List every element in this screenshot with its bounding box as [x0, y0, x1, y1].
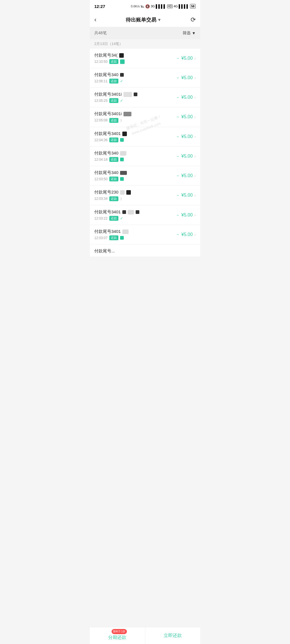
transaction-item[interactable]: 付款尾号3401i 12:05:08 还款 ） － ¥5.00 ›: [90, 107, 200, 127]
transaction-list: 付款尾号34( 12:10:50 还款 － ¥5.00 › 付款尾号340: [90, 49, 200, 257]
date-group-header: 2月13日（14笔）: [90, 39, 200, 49]
tag-huankuan: 还款: [109, 118, 118, 123]
signal-bars-2-icon: ▌▌▌▌: [179, 4, 189, 8]
transaction-info: 付款尾号230 12:03:34 还款 ）: [94, 190, 176, 201]
nav-title-dropdown-icon[interactable]: ▼: [157, 18, 161, 22]
signal-bars-icon: ▌▌▌▌: [156, 4, 166, 8]
transaction-info: 付款尾号34( 12:10:50 还款: [94, 53, 176, 64]
transaction-item-partial[interactable]: 付款尾号...: [90, 244, 200, 257]
transaction-title: 付款尾号340: [94, 72, 176, 78]
transaction-info: 付款尾号340 12:04:18 还款: [94, 151, 176, 162]
summary-bar: 共48笔 筛选 ▼: [90, 27, 200, 39]
transaction-item[interactable]: 付款尾号34( 12:10:50 还款 － ¥5.00 ›: [90, 49, 200, 68]
transaction-item[interactable]: 付款尾号3401 12:03:07 还款 － ¥5.00 ›: [90, 225, 200, 244]
tag-huankuan: 还款: [109, 157, 118, 162]
transaction-amount: － ¥5.00 ›: [176, 134, 196, 140]
transaction-info: 付款尾号340 12:06:11 还款 ✓: [94, 72, 176, 83]
transaction-item[interactable]: 付款尾号3401i 12:05:25 还款 ✓ － ¥5.00 ›: [90, 88, 200, 107]
mute-icon: 🔇: [145, 4, 150, 8]
transaction-item[interactable]: 付款尾号340 12:03:50 还款 － ¥5.00 ›: [90, 166, 200, 186]
transaction-item[interactable]: 付款尾号3401 12:04:36 还款 － ¥5.00 ›: [90, 127, 200, 147]
green-icon: [120, 138, 124, 142]
tag-huankuan: 还款: [109, 98, 118, 103]
chevron-right-icon: ›: [194, 95, 196, 100]
transaction-info: 付款尾号3401 12:03:07 还款: [94, 229, 176, 240]
transaction-amount: － ¥5.00 ›: [176, 55, 196, 61]
tag-huankuan: 还款: [109, 196, 118, 201]
total-count: 共48笔: [94, 31, 107, 36]
green-icon: [120, 236, 124, 240]
card-icon: [123, 112, 131, 116]
transaction-meta: 12:03:50 还款: [94, 177, 176, 181]
chevron-right-icon: ›: [194, 193, 196, 198]
card-icon: [120, 73, 124, 77]
tag-huankuan: 还款: [109, 235, 118, 240]
check-icon: ✓: [120, 79, 123, 83]
card-icon: [119, 53, 124, 58]
chevron-right-icon: ›: [194, 173, 196, 178]
signal-4g-icon: 4G: [174, 5, 178, 8]
transaction-item[interactable]: 付款尾号340 12:06:11 还款 ✓ － ¥5.00 ›: [90, 68, 200, 88]
transaction-amount: － ¥5.00 ›: [176, 114, 196, 120]
transaction-meta: 12:06:11 还款 ✓: [94, 79, 176, 83]
chevron-right-icon: ›: [194, 232, 196, 237]
transaction-meta: 12:04:36 还款: [94, 138, 176, 142]
transaction-meta: 12:03:07 还款: [94, 235, 176, 240]
transaction-amount: － ¥5.00 ›: [176, 212, 196, 218]
transaction-item[interactable]: 付款尾号3401 12:03:22 还款 ✓ － ¥5.00 ›: [90, 205, 200, 225]
transaction-info: 付款尾号3401 12:03:22 还款 ✓: [94, 209, 176, 221]
transaction-title: 付款尾号34(: [94, 53, 176, 58]
transaction-amount: － ¥5.00 ›: [176, 75, 196, 81]
transaction-info: 付款尾号3401i 12:05:08 还款 ）: [94, 111, 176, 123]
date-group-label: 2月13日（14笔）: [94, 42, 123, 46]
nav-title: 待出账单交易 ▼: [126, 16, 161, 23]
back-button[interactable]: ‹: [94, 16, 96, 23]
transaction-amount: － ¥5.00 ›: [176, 95, 196, 100]
tag-huankuan: 还款: [109, 138, 118, 142]
card-icon: [122, 132, 127, 136]
chevron-right-icon: ›: [194, 76, 196, 80]
card-icon: [120, 171, 127, 175]
refresh-icon[interactable]: ⟳: [191, 16, 196, 23]
transaction-info: 付款尾号3401 12:04:36 还款: [94, 131, 176, 142]
blurred-card-icon: [123, 92, 132, 97]
transaction-title: 付款尾号230: [94, 190, 176, 195]
card-icon-2: [136, 210, 139, 214]
transaction-amount: － ¥5.00 ›: [176, 173, 196, 179]
green-icon: [120, 59, 125, 64]
bluetooth-icon: ℡: [140, 4, 144, 8]
transaction-meta: 12:03:22 还款 ✓: [94, 216, 176, 221]
network-speed: 0.6K/s: [131, 5, 140, 8]
transaction-info: 付款尾号340 12:03:50 还款: [94, 170, 176, 181]
chevron-right-icon: ›: [194, 56, 196, 61]
transaction-amount: － ¥5.00 ›: [176, 232, 196, 238]
transaction-meta: 12:05:25 还款 ✓: [94, 98, 176, 103]
transaction-meta: 12:05:08 还款 ）: [94, 118, 176, 123]
transaction-item[interactable]: 付款尾号230 12:03:34 还款 ） － ¥5.00 ›: [90, 186, 200, 205]
tag-huankuan: 还款: [109, 79, 118, 83]
transaction-title: 付款尾号340: [94, 170, 176, 175]
transaction-info: 付款尾号3401i 12:05:25 还款 ✓: [94, 92, 176, 103]
transaction-amount: － ¥5.00 ›: [176, 192, 196, 198]
nav-title-text: 待出账单交易: [126, 16, 156, 23]
chevron-right-icon: ›: [194, 213, 196, 217]
nav-bar: ‹ 待出账单交易 ▼ ⟳: [90, 12, 200, 27]
chevron-right-icon: ›: [194, 115, 196, 119]
filter-arrow-icon: ▼: [192, 31, 196, 35]
transaction-title: 付款尾号3401: [94, 229, 176, 234]
tag-huankuan: 还款: [109, 177, 118, 181]
transaction-amount: － ¥5.00 ›: [176, 153, 196, 159]
green-icon: [120, 177, 124, 181]
filter-button[interactable]: 筛选 ▼: [183, 31, 196, 36]
filter-label: 筛选: [183, 31, 191, 36]
transaction-title: 付款尾号3401: [94, 131, 176, 136]
transaction-info: 付款尾号...: [94, 248, 196, 255]
green-icon: [120, 158, 124, 161]
status-icons: 0.6K/s ℡ 🔇 3G ▌▌▌▌ HD 4G ▌▌▌▌ 58: [131, 4, 196, 8]
blurred-card-icon: [120, 151, 126, 156]
battery-indicator: 58: [190, 4, 196, 8]
card-icon: [134, 93, 137, 96]
transaction-item[interactable]: 付款尾号340 12:04:18 还款 － ¥5.00 ›: [90, 147, 200, 166]
transaction-meta: 12:04:18 还款: [94, 157, 176, 162]
chevron-right-icon: ›: [194, 134, 196, 139]
